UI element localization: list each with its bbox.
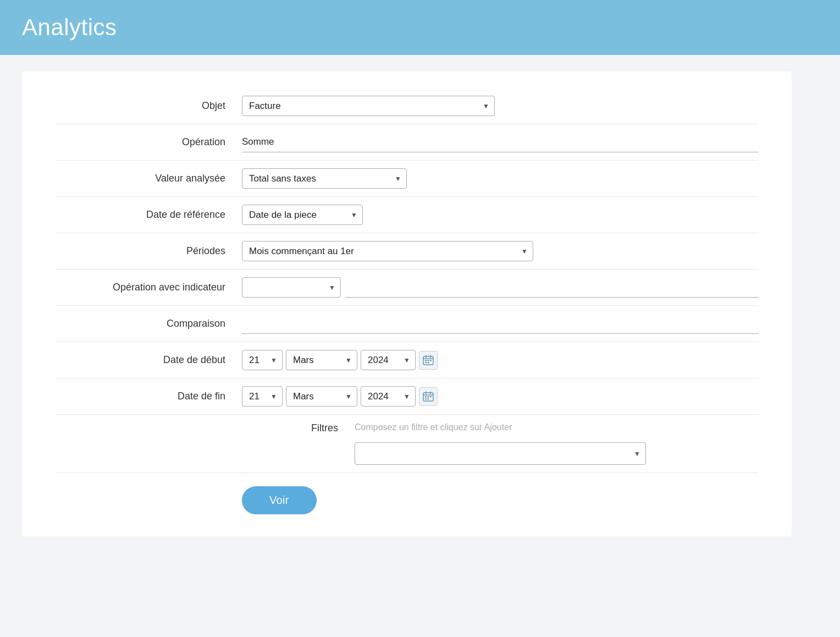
op-indicateur-label: Opération avec indicateur xyxy=(55,282,242,293)
voir-button[interactable]: Voir xyxy=(242,486,317,514)
op-indicateur-row: Opération avec indicateur ▼ xyxy=(55,270,759,306)
periodes-label: Périodes xyxy=(55,245,242,257)
date-fin-year-select[interactable]: 2024 202220232025 xyxy=(361,386,416,407)
date-ref-label: Date de référence xyxy=(55,209,242,221)
op-indicateur-select-wrapper: ▼ xyxy=(242,277,341,298)
date-fin-calendar-icon[interactable] xyxy=(419,387,438,406)
date-debut-calendar-icon[interactable] xyxy=(419,351,438,370)
periodes-row: Périodes Mois commençant au 1er Semaine … xyxy=(55,233,759,270)
operation-row: Opération Somme xyxy=(55,124,759,161)
svg-rect-14 xyxy=(428,396,429,398)
filtres-select-wrapper: ▼ xyxy=(355,442,646,465)
svg-rect-8 xyxy=(428,362,429,364)
operation-control: Somme xyxy=(242,132,759,152)
date-fin-control: 21 12345 678910 1112131415 1617181920 22… xyxy=(242,386,759,407)
date-fin-label: Date de fin xyxy=(55,391,242,402)
svg-rect-7 xyxy=(425,362,427,364)
op-indicateur-select[interactable] xyxy=(242,277,341,298)
valeur-control: Total sans taxes Total TTC Montant HT ▼ xyxy=(242,168,759,189)
valeur-select[interactable]: Total sans taxes Total TTC Montant HT xyxy=(242,168,407,189)
date-fin-row: Date de fin 21 12345 678910 1112131415 1… xyxy=(55,378,759,415)
date-fin-year-wrapper: 2024 202220232025 ▼ xyxy=(361,386,416,407)
date-fin-month-select[interactable]: Mars JanvierFévrierAvril MaiJuinJuillet … xyxy=(286,386,357,407)
objet-row: Objet Facture Devis Commande ▼ xyxy=(55,88,759,124)
svg-rect-5 xyxy=(428,360,429,361)
date-debut-year-select[interactable]: 2024 202220232025 xyxy=(361,350,416,370)
filtres-control: Composez un filtre et cliquez sur Ajoute… xyxy=(355,422,646,465)
periodes-select[interactable]: Mois commençant au 1er Semaine Trimestre… xyxy=(242,241,533,261)
voir-button-area: Voir xyxy=(55,473,759,514)
date-debut-month-select[interactable]: Mars JanvierFévrierAvril MaiJuinJuillet … xyxy=(286,350,357,370)
svg-rect-16 xyxy=(425,398,427,400)
svg-rect-15 xyxy=(430,396,432,398)
filtres-inner: Filtres Composez un filtre et cliquez su… xyxy=(168,422,646,465)
main-content: Objet Facture Devis Commande ▼ Opération… xyxy=(0,55,840,637)
date-debut-row: Date de début 21 12345 678910 1112131415… xyxy=(55,342,759,378)
date-fin-day-wrapper: 21 12345 678910 1112131415 1617181920 22… xyxy=(242,386,283,407)
svg-rect-6 xyxy=(430,360,432,361)
svg-rect-13 xyxy=(425,396,427,398)
filtres-label: Filtres xyxy=(168,422,355,434)
valeur-row: Valeur analysée Total sans taxes Total T… xyxy=(55,161,759,197)
filtres-select[interactable] xyxy=(355,442,646,465)
operation-label: Opération xyxy=(55,136,242,148)
date-fin-month-wrapper: Mars JanvierFévrierAvril MaiJuinJuillet … xyxy=(286,386,357,407)
comparaison-control xyxy=(242,314,759,334)
date-debut-day-wrapper: 21 12345 678910 1112131415 1617181920 22… xyxy=(242,350,283,370)
page-header: Analytics xyxy=(0,0,840,55)
filtres-row: Filtres Composez un filtre et cliquez su… xyxy=(55,415,759,473)
objet-select-wrapper: Facture Devis Commande ▼ xyxy=(242,96,495,116)
date-ref-row: Date de référence Date de la piece Date … xyxy=(55,197,759,233)
date-debut-year-wrapper: 2024 202220232025 ▼ xyxy=(361,350,416,370)
svg-rect-4 xyxy=(425,360,427,361)
op-indicateur-control: ▼ xyxy=(242,277,759,298)
date-debut-control: 21 12345 678910 1112131415 1617181920 22… xyxy=(242,350,759,370)
date-ref-select-wrapper: Date de la piece Date d'échéance Date de… xyxy=(242,205,363,225)
date-debut-day-select[interactable]: 21 12345 678910 1112131415 1617181920 22… xyxy=(242,350,283,370)
date-debut-label: Date de début xyxy=(55,354,242,366)
valeur-label: Valeur analysée xyxy=(55,173,242,184)
page-title: Analytics xyxy=(22,14,117,41)
comparaison-input[interactable] xyxy=(242,314,759,334)
objet-control: Facture Devis Commande ▼ xyxy=(242,96,759,116)
comparaison-label: Comparaison xyxy=(55,318,242,330)
op-indicateur-text-input[interactable] xyxy=(345,277,759,298)
date-debut-month-wrapper: Mars JanvierFévrierAvril MaiJuinJuillet … xyxy=(286,350,357,370)
comparaison-row: Comparaison xyxy=(55,306,759,342)
periodes-select-wrapper: Mois commençant au 1er Semaine Trimestre… xyxy=(242,241,533,261)
form-card: Objet Facture Devis Commande ▼ Opération… xyxy=(22,72,792,536)
valeur-select-wrapper: Total sans taxes Total TTC Montant HT ▼ xyxy=(242,168,407,189)
date-ref-control: Date de la piece Date d'échéance Date de… xyxy=(242,205,759,225)
objet-select[interactable]: Facture Devis Commande xyxy=(242,96,495,116)
date-fin-day-select[interactable]: 21 12345 678910 1112131415 1617181920 22… xyxy=(242,386,283,407)
filtres-hint: Composez un filtre et cliquez sur Ajoute… xyxy=(355,422,512,432)
date-fin-group: 21 12345 678910 1112131415 1617181920 22… xyxy=(242,386,438,407)
date-debut-group: 21 12345 678910 1112131415 1617181920 22… xyxy=(242,350,438,370)
date-ref-select[interactable]: Date de la piece Date d'échéance Date de… xyxy=(242,205,363,225)
svg-rect-17 xyxy=(428,398,429,400)
periodes-control: Mois commençant au 1er Semaine Trimestre… xyxy=(242,241,759,261)
objet-label: Objet xyxy=(55,100,242,112)
operation-value: Somme xyxy=(242,132,759,152)
